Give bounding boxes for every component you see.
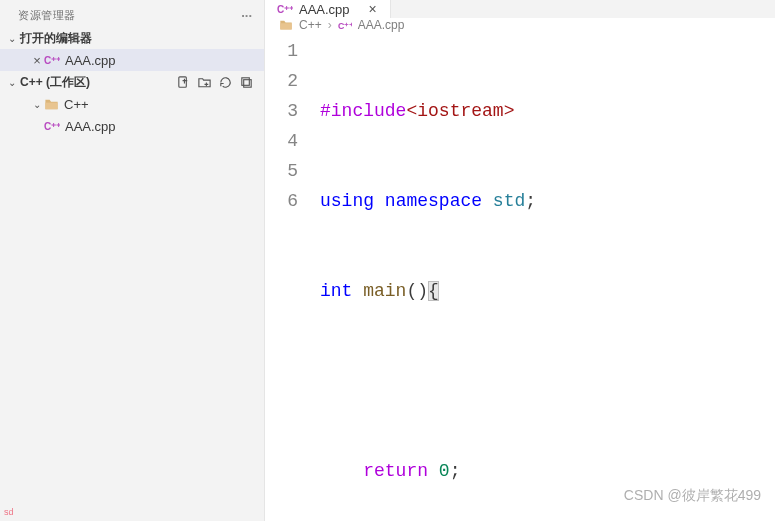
close-icon[interactable]: ×: [30, 53, 44, 68]
open-editor-label: AAA.cpp: [65, 53, 116, 68]
svg-rect-1: [179, 76, 187, 86]
cpp-file-icon: C⁺⁺: [338, 18, 352, 32]
watermark: CSDN @彼岸繁花499: [624, 487, 761, 505]
svg-text:C⁺⁺: C⁺⁺: [338, 21, 352, 31]
open-editor-item[interactable]: × C⁺⁺ AAA.cpp: [0, 49, 264, 71]
file-label: AAA.cpp: [65, 119, 116, 134]
folder-label: C++: [64, 97, 89, 112]
folder-icon: [279, 18, 293, 32]
collapse-all-icon[interactable]: [239, 75, 254, 90]
close-icon[interactable]: ×: [364, 0, 382, 18]
code-content[interactable]: #include<iostream> using namespace std; …: [320, 36, 775, 521]
open-editors-title: 打开的编辑器: [20, 30, 92, 47]
refresh-icon[interactable]: [218, 75, 233, 90]
tab-file[interactable]: C⁺⁺ AAA.cpp ×: [265, 0, 391, 18]
folder-icon: [44, 97, 64, 112]
svg-text:C⁺⁺: C⁺⁺: [277, 4, 293, 15]
tab-bar: C⁺⁺ AAA.cpp ×: [265, 0, 775, 18]
line-numbers: 1 2 3 4 5 6: [265, 36, 320, 521]
explorer-header: 资源管理器 ···: [0, 0, 264, 27]
svg-rect-3: [244, 79, 252, 87]
more-actions-icon[interactable]: ···: [241, 8, 252, 23]
watermark: sd: [4, 507, 14, 517]
new-folder-icon[interactable]: [197, 75, 212, 90]
svg-text:C⁺⁺: C⁺⁺: [44, 121, 60, 132]
code-editor[interactable]: 1 2 3 4 5 6 #include<iostream> using nam…: [265, 32, 775, 521]
breadcrumb[interactable]: C++ › C⁺⁺ AAA.cpp: [265, 18, 775, 32]
editor-area: C⁺⁺ AAA.cpp × C++ › C⁺⁺ AAA.cpp 1 2 3 4 …: [265, 0, 775, 521]
cpp-file-icon: C⁺⁺: [44, 118, 65, 134]
chevron-down-icon: ⌄: [4, 77, 20, 88]
explorer-title: 资源管理器: [18, 8, 76, 23]
open-editors-section[interactable]: ⌄ 打开的编辑器: [0, 27, 264, 49]
chevron-right-icon: ›: [328, 18, 332, 32]
workspace-title: C++ (工作区): [20, 74, 90, 91]
file-item[interactable]: C⁺⁺ AAA.cpp: [0, 115, 264, 137]
workspace-section[interactable]: ⌄ C++ (工作区): [0, 71, 264, 93]
new-file-icon[interactable]: [176, 75, 191, 90]
cpp-file-icon: C⁺⁺: [44, 52, 65, 68]
tab-label: AAA.cpp: [299, 2, 350, 17]
breadcrumb-folder[interactable]: C++: [299, 18, 322, 32]
cpp-file-icon: C⁺⁺: [277, 1, 293, 17]
svg-text:C⁺⁺: C⁺⁺: [44, 55, 60, 66]
chevron-down-icon: ⌄: [30, 99, 44, 110]
chevron-down-icon: ⌄: [4, 33, 20, 44]
explorer-sidebar: 资源管理器 ··· ⌄ 打开的编辑器 × C⁺⁺ AAA.cpp ⌄ C++ (…: [0, 0, 265, 521]
svg-rect-2: [242, 77, 250, 85]
breadcrumb-file[interactable]: AAA.cpp: [358, 18, 405, 32]
folder-item[interactable]: ⌄ C++: [0, 93, 264, 115]
